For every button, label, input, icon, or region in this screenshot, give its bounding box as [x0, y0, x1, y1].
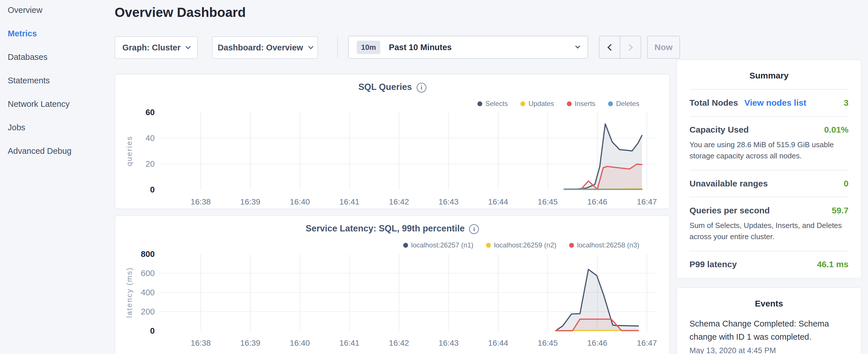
sidebar-item-databases[interactable]: Databases: [8, 53, 72, 61]
summary-row-label: Unavailable ranges: [689, 179, 768, 189]
view-nodes-list-link[interactable]: View nodes list: [744, 98, 806, 108]
events-panel: Events Schema Change Completed: Schema c…: [676, 287, 862, 354]
summary-row-value: 0.01%: [824, 125, 848, 135]
event-list-item[interactable]: Schema Change Completed: Schema change w…: [689, 317, 848, 354]
time-range-badge: 10m: [357, 41, 380, 54]
summary-panel: Summary Total Nodes View nodes list 3 Ca…: [676, 59, 862, 279]
sql-queries-chart: 16:3816:3916:4016:4116:4216:4316:4416:45…: [115, 74, 671, 210]
chevron-down-icon: [308, 44, 313, 49]
controls-divider: [337, 36, 338, 58]
chevron-right-icon: [626, 44, 633, 51]
event-text: Schema Change Completed: Schema change w…: [689, 317, 848, 344]
svg-text:16:46: 16:46: [587, 339, 607, 347]
svg-text:latency (ms): latency (ms): [125, 267, 133, 318]
sidebar-nav: Overview Metrics Databases Statements Ne…: [8, 6, 72, 155]
time-step-back-button[interactable]: [599, 36, 620, 58]
svg-text:16:38: 16:38: [191, 197, 211, 206]
summary-panel-title: Summary: [689, 71, 848, 81]
svg-text:16:39: 16:39: [240, 197, 260, 206]
svg-text:queries: queries: [125, 136, 133, 166]
graph-scope-dropdown[interactable]: Graph: Cluster: [115, 36, 198, 59]
graph-scope-dropdown-label: Graph: Cluster: [122, 43, 181, 53]
service-latency-chart: 16:3816:3916:4016:4116:4216:4316:4416:45…: [115, 216, 671, 354]
svg-text:16:44: 16:44: [488, 339, 508, 347]
time-step-buttons: [599, 36, 641, 59]
dashboard-dropdown-label: Dashboard: Overview: [217, 43, 303, 53]
time-step-forward-button[interactable]: [620, 36, 641, 58]
svg-text:16:38: 16:38: [191, 339, 211, 347]
svg-text:16:40: 16:40: [290, 197, 310, 206]
summary-row-value: 3: [844, 98, 848, 108]
svg-text:200: 200: [141, 307, 155, 316]
sql-queries-chart-card: SQL Queriesi SelectsUpdatesInsertsDelete…: [115, 74, 670, 209]
summary-row-label: Total Nodes: [689, 98, 738, 108]
svg-text:16:42: 16:42: [389, 197, 409, 206]
sidebar-item-overview[interactable]: Overview: [8, 6, 72, 14]
svg-text:16:46: 16:46: [587, 197, 607, 206]
chevron-left-icon: [607, 44, 614, 51]
svg-text:16:42: 16:42: [389, 339, 409, 347]
summary-row-label: P99 latency: [689, 259, 737, 269]
summary-row-queries-per-second: Queries per second 59.7 Sum of Selects, …: [689, 197, 848, 251]
svg-text:60: 60: [146, 108, 155, 117]
time-range-dropdown[interactable]: 10m Past 10 Minutes: [348, 36, 588, 59]
svg-text:16:40: 16:40: [290, 339, 310, 347]
summary-row-total-nodes: Total Nodes View nodes list 3: [689, 89, 848, 116]
svg-text:16:43: 16:43: [438, 197, 459, 206]
sidebar-item-advanced-debug[interactable]: Advanced Debug: [8, 147, 72, 155]
service-latency-chart-card: Service Latency: SQL, 99th percentilei l…: [115, 215, 670, 354]
summary-row-label: Queries per second: [689, 206, 770, 215]
events-panel-title: Events: [689, 299, 848, 309]
now-button[interactable]: Now: [647, 36, 680, 59]
summary-row-value: 46.1 ms: [817, 259, 848, 269]
summary-row-description: Sum of Selects, Updates, Inserts, and De…: [689, 220, 848, 242]
svg-text:0: 0: [150, 185, 155, 194]
svg-text:800: 800: [141, 250, 155, 259]
svg-text:400: 400: [141, 288, 155, 297]
svg-text:16:41: 16:41: [339, 339, 359, 347]
svg-text:16:47: 16:47: [637, 339, 657, 347]
svg-text:20: 20: [146, 159, 155, 168]
svg-text:16:47: 16:47: [637, 197, 657, 206]
event-timestamp: May 13, 2020 at 4:45 PM: [689, 346, 848, 354]
summary-row-value: 0: [844, 179, 848, 189]
svg-text:16:45: 16:45: [537, 197, 558, 206]
svg-text:40: 40: [146, 133, 155, 142]
svg-text:16:44: 16:44: [488, 197, 508, 206]
sidebar-item-network-latency[interactable]: Network Latency: [8, 100, 72, 108]
summary-row-label: Capacity Used: [689, 125, 749, 135]
summary-row-value: 59.7: [832, 206, 848, 215]
overview-dashboard-page: { "page": { "title": "Overview Dashboard…: [0, 0, 868, 354]
summary-row-p99-latency: P99 latency 46.1 ms: [689, 251, 848, 278]
page-title: Overview Dashboard: [115, 5, 246, 20]
sidebar-item-statements[interactable]: Statements: [8, 76, 72, 85]
sidebar-item-jobs[interactable]: Jobs: [8, 123, 72, 132]
chevron-down-icon: [185, 44, 191, 49]
chevron-down-icon: [576, 44, 580, 49]
dashboard-dropdown[interactable]: Dashboard: Overview: [212, 36, 318, 59]
summary-row-description: You are using 28.6 MiB of 515.9 GiB usab…: [689, 139, 848, 162]
sidebar-item-metrics[interactable]: Metrics: [8, 29, 72, 38]
svg-text:16:39: 16:39: [240, 339, 260, 347]
summary-row-capacity-used: Capacity Used 0.01% You are using 28.6 M…: [689, 116, 848, 170]
time-range-label: Past 10 Minutes: [389, 43, 452, 52]
svg-text:16:43: 16:43: [438, 339, 459, 347]
svg-text:0: 0: [150, 326, 155, 335]
svg-text:16:41: 16:41: [339, 197, 359, 206]
svg-text:600: 600: [141, 269, 155, 278]
summary-row-unavailable-ranges: Unavailable ranges 0: [689, 170, 848, 197]
svg-text:16:45: 16:45: [537, 339, 558, 347]
